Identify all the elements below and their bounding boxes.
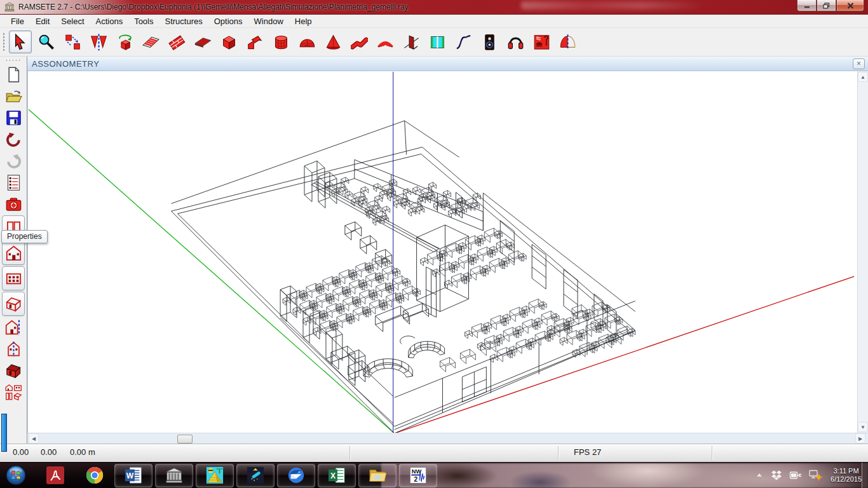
menu-edit[interactable]: Edit bbox=[30, 16, 55, 27]
taskbar-acrobat-icon[interactable] bbox=[46, 466, 65, 485]
toolbar-hatch-plane-button[interactable] bbox=[139, 30, 162, 53]
taskbar-thunderbird-button[interactable] bbox=[277, 464, 315, 487]
coord-x: 0.00 bbox=[13, 447, 29, 457]
menu-help[interactable]: Help bbox=[289, 16, 318, 27]
toolbar-cylinder-button[interactable] bbox=[269, 30, 292, 53]
toolbar-pipe-elbow-button[interactable] bbox=[348, 30, 370, 53]
menubar: FileEditSelectActionsToolsStructuresOpti… bbox=[0, 15, 868, 28]
clock[interactable]: 3:11 PM 6/12/2015 bbox=[831, 467, 862, 484]
hatch-plane-icon bbox=[142, 34, 159, 51]
toolbar-zoom-button[interactable] bbox=[35, 30, 58, 53]
dome-icon bbox=[299, 34, 316, 51]
cylinder-icon bbox=[273, 34, 290, 51]
taskbar-chrome-icon[interactable] bbox=[85, 466, 104, 485]
clock-time: 3:11 PM bbox=[831, 467, 862, 475]
taskbar-pyramid-button[interactable] bbox=[196, 464, 234, 487]
toolbar-select-button[interactable] bbox=[9, 30, 32, 53]
tray-network-status-icon[interactable] bbox=[809, 470, 823, 481]
restore-button[interactable] bbox=[817, 0, 836, 11]
scroll-up-icon[interactable]: ▲ bbox=[858, 72, 868, 82]
toolbar-rotate-button[interactable] bbox=[113, 30, 136, 53]
sidebar-house-axo-button[interactable] bbox=[2, 292, 25, 316]
snapshot-camera-icon bbox=[5, 196, 22, 213]
toolbar-brick-wall-button[interactable] bbox=[165, 30, 188, 53]
menu-structures[interactable]: Structures bbox=[159, 16, 208, 27]
menu-actions[interactable]: Actions bbox=[90, 16, 129, 27]
brick-wall-icon bbox=[168, 34, 186, 51]
taskbar-explorer-button[interactable] bbox=[358, 464, 397, 487]
toolbar-mirror-button[interactable] bbox=[87, 30, 110, 53]
start-button[interactable] bbox=[5, 464, 27, 486]
close-button[interactable] bbox=[836, 0, 864, 11]
tray-power-plug-icon[interactable] bbox=[789, 470, 802, 481]
word-letter: W bbox=[126, 471, 134, 480]
toolbar-dome-button[interactable] bbox=[295, 30, 318, 53]
speaker-icon bbox=[481, 34, 498, 51]
drawing-canvas[interactable] bbox=[27, 71, 857, 433]
window-icon bbox=[429, 34, 446, 51]
tray-hidden-icons-chevron-icon[interactable] bbox=[755, 471, 764, 480]
menu-window[interactable]: Window bbox=[248, 16, 289, 27]
hscroll-thumb[interactable] bbox=[177, 435, 193, 444]
sidebar-snapshot-camera-button[interactable] bbox=[3, 194, 24, 214]
horizontal-scrollbar[interactable]: ◀ ▶ bbox=[27, 433, 868, 444]
scroll-down-icon[interactable]: ▼ bbox=[858, 422, 868, 432]
toolbar-arrow-3d-button[interactable] bbox=[243, 30, 266, 53]
toolbar-grip[interactable] bbox=[3, 32, 5, 51]
house-section-x-icon bbox=[5, 319, 22, 336]
sidebar-house-grid-button[interactable] bbox=[2, 266, 25, 290]
toolbar-flat-panel-button[interactable] bbox=[191, 30, 214, 53]
toolbar-move-copy-button[interactable] bbox=[61, 30, 84, 53]
menu-options[interactable]: Options bbox=[208, 16, 248, 27]
toolbar-window-button[interactable] bbox=[426, 30, 449, 53]
house-grid-icon bbox=[5, 270, 22, 287]
wireframe-model bbox=[28, 71, 857, 433]
sidebar-properties-button[interactable] bbox=[3, 172, 24, 193]
toolbar-spline-button[interactable] bbox=[452, 30, 475, 53]
furniture-tables bbox=[283, 177, 635, 372]
toolbar-headphones-button[interactable] bbox=[504, 30, 527, 53]
toolbar-box-button[interactable] bbox=[217, 30, 240, 53]
taskbar-word-button[interactable]: W bbox=[114, 464, 153, 487]
house-axo-icon bbox=[5, 295, 22, 313]
minimize-button[interactable] bbox=[797, 0, 817, 11]
sidebar-house-front-button[interactable] bbox=[2, 241, 25, 265]
taskbar-ramsete-temple-button[interactable] bbox=[155, 464, 193, 487]
toolbar-material-panel-button[interactable] bbox=[530, 30, 553, 53]
sidebar-save-file-button[interactable] bbox=[3, 107, 24, 128]
clock-date: 6/12/2015 bbox=[831, 475, 862, 484]
sidebar-mini-grid-button[interactable] bbox=[3, 382, 24, 402]
sidebar-undo-button[interactable] bbox=[3, 129, 24, 149]
menu-tools[interactable]: Tools bbox=[128, 16, 159, 27]
house-solid-icon bbox=[5, 362, 22, 379]
properties-tooltip: Properties bbox=[1, 230, 48, 243]
menu-select[interactable]: Select bbox=[55, 16, 90, 27]
taskbar-marker-button[interactable] bbox=[236, 464, 275, 487]
sidebar-open-file-button[interactable] bbox=[3, 86, 24, 106]
toolbar-amphitheater-button[interactable] bbox=[374, 30, 397, 53]
sidebar-new-file-button[interactable] bbox=[3, 64, 24, 85]
toolbar-door-button[interactable] bbox=[400, 30, 423, 53]
tray-dropbox-icon[interactable] bbox=[771, 470, 782, 481]
menu-file[interactable]: File bbox=[5, 16, 30, 27]
toolbar-speaker-button[interactable] bbox=[478, 30, 501, 53]
scroll-right-icon[interactable]: ▶ bbox=[855, 433, 865, 444]
sidebar-house-section-x-button[interactable] bbox=[3, 317, 24, 337]
sidebar-redo-button[interactable] bbox=[3, 151, 24, 171]
select-icon bbox=[12, 34, 29, 51]
sidebar-house-solid-button[interactable] bbox=[3, 360, 24, 381]
taskbar: WXNW2 3:11 PM 6/12/2015 bbox=[0, 462, 868, 488]
taskbar-excel-button[interactable]: X bbox=[318, 464, 356, 487]
scroll-left-icon[interactable]: ◀ bbox=[29, 433, 39, 444]
material-panel-icon bbox=[533, 34, 550, 51]
show-desktop-button[interactable] bbox=[862, 463, 868, 488]
toolbar-cone-button[interactable] bbox=[322, 30, 344, 53]
spline-icon bbox=[455, 34, 472, 51]
taskbar-nw2-button[interactable]: NW2 bbox=[399, 464, 437, 487]
half-dome-mirror-icon bbox=[559, 34, 576, 51]
vertical-scrollbar[interactable]: ▲ ▼ bbox=[857, 71, 868, 433]
viewport-close-icon[interactable]: ✕ bbox=[853, 58, 865, 69]
toolbar-half-dome-mirror-button[interactable] bbox=[556, 30, 579, 53]
sidebar-house-section-y-button[interactable] bbox=[3, 339, 24, 359]
sidebar-grip[interactable] bbox=[5, 59, 22, 62]
